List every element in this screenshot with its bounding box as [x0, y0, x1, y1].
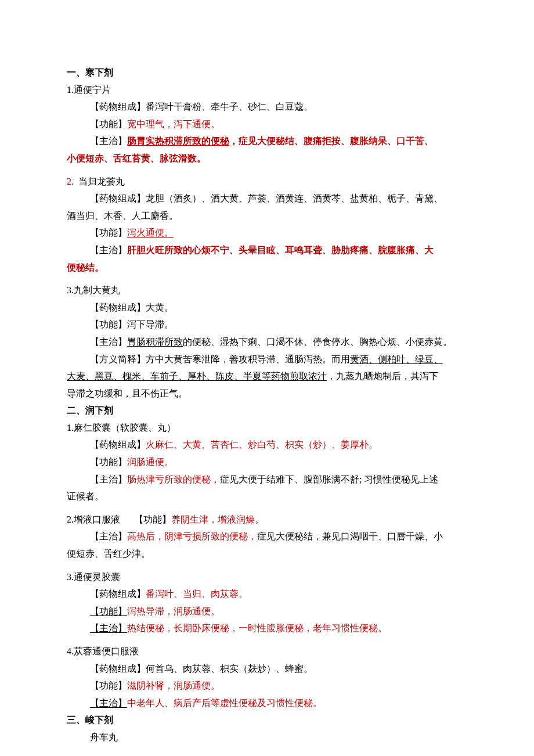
text: 滋阴补肾，润肠通便。 — [127, 681, 220, 690]
indication-red: 肠热津亏所致的便秘， — [127, 474, 220, 484]
label: 【功能】 — [90, 606, 127, 616]
label: 【药物组成】 — [90, 303, 146, 312]
explanation-line: 【方义简释】方中大黄苦寒泄降，善攻积导滞、通肠泻热。而用黄酒、侧柏叶、绿豆、 — [67, 351, 467, 368]
label: 【功能】 — [90, 119, 127, 129]
indication-line: 【主治】肝胆火旺所致的心烦不宁、头晕目眩、耳鸣耳聋、胁肋疼痛、脘腹胀痛、大 — [67, 242, 467, 259]
indication-text: 热结便秘，长期卧床便秘，一时性腹胀便秘，老年习惯性便秘。 — [127, 623, 387, 633]
label: 【药物组成】 — [90, 440, 146, 449]
function-line: 【功能】泻下导滞。 — [67, 316, 467, 333]
label: 【主治】 — [90, 531, 127, 541]
indication-text: 肝胆火旺所致的心烦不宁、头晕目眩、耳鸣耳聋、胁肋疼痛、脘腹胀痛、大 — [127, 245, 434, 255]
label: 【功能】 — [90, 228, 127, 237]
composition-line: 【药物组成】龙胆（酒炙）、酒大黄、芦荟、酒黄连、酒黄芩、盐黄柏、栀子、青黛、 — [67, 190, 467, 207]
function-line: 【功能】滋阴补肾，润肠通便。 — [67, 677, 467, 694]
text: 番泻叶干膏粉、牵牛子、砂仁、白豆蔻。 — [146, 102, 313, 111]
section-heading-3: 三、峻下剂 — [67, 711, 467, 729]
indication-underline: 胃肠积滞所致 — [127, 337, 183, 347]
indication-cont: 证候者。 — [67, 488, 467, 505]
composition-line: 【药物组成】番泻叶干膏粉、牵牛子、砂仁、白豆蔻。 — [67, 98, 467, 116]
label: 【功能】 — [90, 319, 127, 329]
indication-cont: 便秘结。 — [67, 259, 467, 276]
label: 【功能】 — [90, 457, 127, 467]
text-u: 黄酒、侧柏叶、绿豆、 — [350, 354, 443, 364]
text-u: 大麦、黑豆、槐米、车前子、厚朴、陈皮、半夏等药物煎取浓汁 — [67, 371, 327, 381]
function-line: 【功能】宽中理气，泻下通便。 — [67, 116, 467, 133]
text: 龙胆（酒炙）、酒大黄、芦荟、酒黄连、酒黄芩、盐黄柏、栀子、青黛、 — [146, 193, 443, 203]
label: 【药物组成】 — [90, 193, 146, 203]
text: 方中大黄苦寒泄降，善攻积导滞、通肠泻热。而用 — [146, 354, 350, 364]
item-name: 4.苁蓉通便口服液 — [67, 643, 467, 660]
function-line: 【功能】泻火通便。 — [67, 224, 467, 242]
item-name: 2. 当归龙荟丸 — [67, 173, 467, 190]
indication-text: 症见大便秘结，兼见口渴咽干、口唇干燥、小 — [257, 531, 443, 541]
item-name: 3.九制大黄丸 — [67, 282, 467, 299]
label: 【功能】 — [134, 514, 171, 524]
indication-red: 高热后，阴津亏损所致的便秘， — [127, 531, 257, 541]
label: 【功能】 — [90, 681, 127, 690]
text: 酒当归、木香、人工麝香。 — [67, 211, 178, 221]
indication-text: 症见大便于结难下、腹部胀满不舒; 习惯性便秘见上述 — [220, 474, 438, 484]
label: 【主治】 — [90, 698, 127, 708]
num: 2. — [67, 177, 74, 186]
text: ，九蒸九晒炮制后，其泻下 — [327, 371, 438, 381]
indication-line: 【主治】胃肠积滞所致的便秘、湿热下痢、口渴不休、停食停水、胸热心烦、小便赤黄。 — [67, 333, 467, 351]
indication-underline: 肠胃实热积滞所致的便秘 — [127, 136, 229, 146]
indication-line: 【主治】热结便秘，长期卧床便秘，一时性腹胀便秘，老年习惯性便秘。 — [67, 620, 467, 637]
indication-line: 【主治】肠热津亏所致的便秘，症见大便于结难下、腹部胀满不舒; 习惯性便秘见上述 — [67, 471, 467, 488]
indication-text: ，症见大便秘结、腹痛拒按、腹胀纳呆、口干苦、 — [229, 136, 434, 146]
text: 宽中理气，泻下通便。 — [127, 119, 220, 129]
indication-text: 小便短赤、舌红苔黄、脉弦滑数。 — [67, 153, 206, 163]
text: 火麻仁、大黄、苦杏仁、炒白芍、枳实（炒）、姜厚朴。 — [146, 440, 378, 449]
composition-line: 【药物组成】火麻仁、大黄、苦杏仁、炒白芍、枳实（炒）、姜厚朴。 — [67, 436, 467, 453]
label: 【主治】 — [90, 337, 127, 347]
name: 当归龙荟丸 — [78, 177, 125, 186]
label: 【方义简释】 — [90, 354, 146, 364]
label: 【主治】 — [90, 623, 127, 633]
composition-line: 【药物组成】番泻叶、当归、肉苁蓉。 — [67, 585, 467, 603]
label: 【主治】 — [90, 245, 127, 255]
label: 【主治】 — [90, 474, 127, 484]
text: 导滞之功缓和，且不伤正气。 — [67, 388, 187, 398]
function-line: 【功能】泻热导滞，润肠通便。 — [67, 603, 467, 620]
indication-text: 证候者。 — [67, 491, 104, 501]
item-name: 3.通便灵胶囊 — [67, 568, 467, 586]
text: 养阴生津，增液润燥。 — [171, 514, 264, 524]
indication-text: 便秘结。 — [67, 262, 104, 272]
item-name: 2.增液口服液 — [67, 514, 120, 524]
item-inline: 2.增液口服液 【功能】养阴生津，增液润燥。 — [67, 511, 467, 528]
text: 何首乌、肉苁蓉、枳实（麸炒）、蜂蜜。 — [146, 664, 313, 674]
text: 泻火通便。 — [127, 228, 174, 237]
indication-line: 【主治】肠胃实热积滞所致的便秘，症见大便秘结、腹痛拒按、腹胀纳呆、口干苦、 — [67, 132, 467, 150]
section-heading-2: 二、润下剂 — [67, 402, 467, 419]
composition-line: 【药物组成】何首乌、肉苁蓉、枳实（麸炒）、蜂蜜。 — [67, 660, 467, 678]
explanation-cont: 大麦、黑豆、槐米、车前子、厚朴、陈皮、半夏等药物煎取浓汁，九蒸九晒炮制后，其泻下 — [67, 368, 467, 385]
indication-text: 的便秘、湿热下痢、口渴不休、停食停水、胸热心烦、小便赤黄。 — [183, 337, 452, 347]
document-page: 一、寒下剂 1.通便宁片 【药物组成】番泻叶干膏粉、牵牛子、砂仁、白豆蔻。 【功… — [0, 0, 534, 756]
text: 润肠通便。 — [127, 457, 174, 467]
item-name: 1.通便宁片 — [67, 81, 467, 99]
text: 泻热导滞，润肠通便。 — [127, 606, 220, 616]
text: 大黄。 — [146, 303, 174, 312]
text: 番泻叶、当归、肉苁蓉。 — [146, 589, 248, 599]
composition-line: 【药物组成】大黄。 — [67, 299, 467, 316]
indication-line: 【主治】中老年人、病后产后等虚性便秘及习惯性便秘。 — [67, 694, 467, 712]
label: 【主治】 — [90, 136, 127, 146]
section-heading-1: 一、寒下剂 — [67, 64, 467, 81]
indication-text: 便短赤、舌红少津。 — [67, 549, 150, 559]
indication-text: 中老年人、病后产后等虚性便秘及习惯性便秘。 — [127, 698, 322, 708]
function-line: 【功能】润肠通便。 — [67, 453, 467, 471]
item-name: 1.麻仁胶囊（软胶囊、丸） — [67, 419, 467, 437]
composition-cont: 酒当归、木香、人工麝香。 — [67, 207, 467, 225]
indication-cont: 便短赤、舌红少津。 — [67, 545, 467, 563]
text: 泻下导滞。 — [127, 319, 174, 329]
item-name: 舟车丸 — [67, 729, 467, 746]
indication-line: 【主治】高热后，阴津亏损所致的便秘，症见大便秘结，兼见口渴咽干、口唇干燥、小 — [67, 528, 467, 545]
label: 【药物组成】 — [90, 589, 146, 599]
indication-cont: 小便短赤、舌红苔黄、脉弦滑数。 — [67, 150, 467, 167]
label: 【药物组成】 — [90, 664, 146, 674]
label: 【药物组成】 — [90, 102, 146, 111]
explanation-cont: 导滞之功缓和，且不伤正气。 — [67, 385, 467, 402]
